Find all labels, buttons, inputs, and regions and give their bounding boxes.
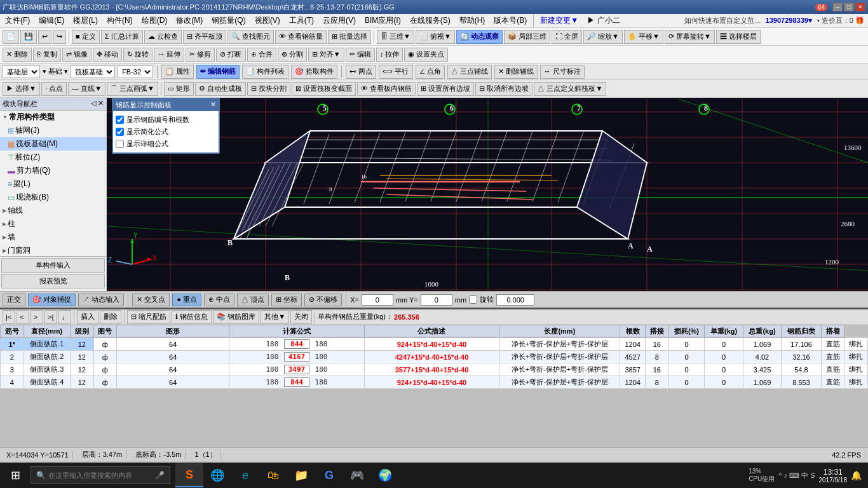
cell-shape[interactable]: 64 — [117, 338, 229, 351]
parallel-btn[interactable]: ⟺ 平行 — [379, 65, 412, 79]
close-button[interactable]: ✕ — [855, 3, 865, 11]
taskbar-app-edge[interactable]: e — [231, 463, 259, 487]
edit-rebar-btn[interactable]: ✏ 编辑钢筋 — [196, 65, 240, 79]
menu-item-file[interactable]: 文件(F) — [1, 14, 34, 27]
taskbar-app-globe[interactable]: 🌍 — [371, 463, 399, 487]
select-btn[interactable]: ▶ 选择▼ — [3, 82, 40, 96]
cell-type[interactable]: 直筋 — [821, 363, 844, 376]
dynamic-btn[interactable]: 🔄 动态观察 — [456, 30, 503, 44]
rebar-nav-last[interactable]: >| — [44, 310, 57, 324]
mirror-btn[interactable]: ⇌ 镜像 — [62, 48, 92, 62]
menu-item-rebar[interactable]: 钢筋量(Q) — [208, 14, 249, 27]
cell-total-weight[interactable]: 8.553 — [782, 376, 822, 389]
cell-formula[interactable]: 924+15*d-40+15*d-40 — [364, 376, 499, 389]
align-btn[interactable]: ⊞ 对齐▼ — [308, 48, 344, 62]
layer-select[interactable]: 基础层 — [3, 65, 40, 78]
cell-loss[interactable]: 0 — [705, 351, 743, 363]
table-row[interactable]: 3 侧面纵筋.3 12 ф 64 180 3497 180 3577+15*d-… — [1, 363, 868, 376]
cell-overlap[interactable]: 0 — [668, 338, 705, 351]
sidebar-item-axis[interactable]: ⊞ 轴网(J) — [0, 124, 106, 137]
cell-note[interactable]: 绑扎 — [844, 351, 868, 363]
break-btn[interactable]: ⊘ 打断 — [216, 48, 245, 62]
menu-item-newchange[interactable]: 新建变更▼ — [536, 14, 582, 27]
rebar-table-container[interactable]: 筋号 直径(mm) 级别 图号 图形 计算公式 公式描述 长度(mm) 根数 搭… — [0, 325, 868, 447]
line-btn[interactable]: — 直线▼ — [68, 82, 105, 96]
single-component-btn[interactable]: 单构件输入 — [1, 258, 105, 273]
cell-type[interactable]: 直筋 — [821, 338, 844, 351]
checkbox-detail-formula[interactable]: 显示详细公式 — [116, 138, 216, 150]
taskbar-app-g[interactable]: G — [315, 463, 343, 487]
sidebar-item-column[interactable]: ▶ 柱 — [0, 217, 106, 231]
cell-formula[interactable]: 3577+15*d-40+15*d-40 — [364, 363, 499, 376]
cell-name[interactable]: 侧面纵筋.1 — [24, 338, 70, 351]
cell-count[interactable]: 16 — [646, 338, 669, 351]
detail-formula-check[interactable] — [116, 140, 124, 148]
two-point-btn[interactable]: ⊷ 两点 — [346, 65, 376, 79]
sidebar-item-shearwall[interactable]: ▬ 剪力墙(Q) — [0, 164, 106, 177]
cell-type[interactable]: 直筋 — [821, 351, 844, 363]
cell-note[interactable]: 绑扎 — [844, 363, 868, 376]
trim-btn[interactable]: ✂ 修剪 — [186, 48, 215, 62]
rebar-nav-prev[interactable]: < — [17, 310, 29, 324]
del-aux-btn[interactable]: ✕ 删除辅线 — [494, 65, 538, 79]
cell-dia[interactable]: 12 — [71, 363, 94, 376]
rotate-input[interactable] — [496, 294, 534, 306]
menu-item-help[interactable]: 帮助(H) — [456, 14, 489, 27]
angle-btn[interactable]: ∠ 点角 — [416, 65, 445, 79]
extend-btn[interactable]: ↔ 延伸 — [154, 48, 184, 62]
save-btn[interactable]: 💾 — [20, 30, 37, 44]
mic-icon[interactable]: 🎤 — [155, 471, 165, 480]
element-id-select[interactable]: FB-32 — [118, 65, 153, 78]
rebar-close-btn[interactable]: 关闭 — [290, 310, 312, 324]
taskbar-app-folder[interactable]: 📁 — [287, 463, 315, 487]
rebar-other-btn[interactable]: 其他▼ — [261, 310, 289, 324]
menu-item-version[interactable]: 版本号(B) — [490, 14, 531, 27]
set-section-btn[interactable]: ⊠ 设置筏板变截面 — [292, 82, 356, 96]
menu-item-edit[interactable]: 编辑(E) — [35, 14, 68, 27]
cell-total-weight[interactable]: 54.8 — [782, 363, 822, 376]
sidebar-item-slab[interactable]: ▭ 现浇板(B) — [0, 191, 106, 204]
minimize-button[interactable]: ─ — [832, 3, 843, 11]
partial3d-btn[interactable]: 📦 局部三维 — [504, 30, 550, 44]
orthogonal-btn[interactable]: 正交 — [3, 294, 25, 306]
midpoint-btn[interactable]: ⊕ 中点 — [204, 294, 234, 306]
batch-select-btn[interactable]: ⊞ 批量选择 — [328, 30, 371, 44]
checkbox-rebar-num[interactable]: 显示钢筋编号和根数 — [116, 114, 216, 126]
rebar-nav-down[interactable]: ↓ — [58, 310, 71, 324]
three-point-slab-btn[interactable]: △ 三点定义斜筏板▼ — [534, 82, 606, 96]
tray-icons[interactable]: ^ ♪ ⌨ 中 S — [778, 471, 815, 480]
property-btn[interactable]: 📋 属性 — [161, 65, 194, 79]
simple-formula-check[interactable] — [116, 128, 124, 136]
menu-item-online[interactable]: 在线服务(S) — [406, 14, 454, 27]
report-preview-btn[interactable]: 报表预览 — [1, 274, 105, 288]
sidebar-item-axisgroup[interactable]: ▶ 轴线 — [0, 204, 106, 217]
set-all-slope-btn[interactable]: ⊞ 设置所有边坡 — [417, 82, 474, 96]
cell-count[interactable]: 16 — [646, 363, 669, 376]
cell-note[interactable]: 绑扎 — [844, 376, 868, 389]
cell-formula[interactable]: 924+15*d-40+15*d-40 — [364, 338, 499, 351]
menu-item-cloud[interactable]: 云应用(V) — [319, 14, 360, 27]
sidebar-item-common[interactable]: ▼ 常用构件类型 — [0, 111, 106, 124]
cell-name[interactable]: 侧面纵筋.4 — [24, 376, 70, 389]
cell-loss[interactable]: 0 — [705, 338, 743, 351]
split-btn[interactable]: ⊗ 分割 — [278, 48, 307, 62]
menu-item-guangxiao[interactable]: ▶ 广小二 — [583, 14, 623, 27]
notification-icon[interactable]: 🔔 — [851, 470, 862, 480]
topview-btn[interactable]: ⬜ 俯视▼ — [416, 30, 455, 44]
menu-item-view[interactable]: 视图(V) — [251, 14, 284, 27]
edit-btn[interactable]: ✏ 编辑 — [346, 48, 375, 62]
cell-count[interactable]: 8 — [646, 351, 669, 363]
cell-length[interactable]: 1204 — [620, 338, 646, 351]
rotate-check[interactable] — [469, 295, 477, 304]
control-panel-close[interactable]: ✕ — [210, 100, 216, 110]
new-btn[interactable]: 📄 — [3, 30, 19, 44]
rect-btn[interactable]: ▭ 矩形 — [164, 82, 194, 96]
menu-item-modify[interactable]: 修改(M) — [172, 14, 207, 27]
floor-select-btn[interactable]: ☰ 选择楼层 — [716, 30, 761, 44]
merge-btn[interactable]: ⊕ 合并 — [247, 48, 276, 62]
align-top-btn[interactable]: ⊟ 齐平板顶 — [183, 30, 226, 44]
sidebar-item-raft[interactable]: ▦ 筏板基础(M) — [0, 137, 106, 151]
y-input[interactable] — [421, 294, 452, 306]
rebar-nav-next[interactable]: > — [31, 310, 43, 324]
cell-name[interactable]: 侧面纵筋.3 — [24, 363, 70, 376]
